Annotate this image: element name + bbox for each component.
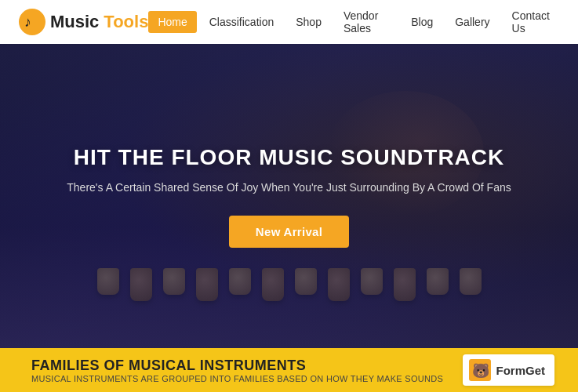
hero-section: HIT THE FLOOR MUSIC SOUNDTRACK There's A… xyxy=(0,44,578,348)
svg-text:🐻: 🐻 xyxy=(472,362,490,379)
hero-title: HIT THE FLOOR MUSIC SOUNDTRACK xyxy=(67,145,511,170)
new-arrival-button[interactable]: New Arrival xyxy=(229,216,349,248)
logo-icon: ♪ xyxy=(19,9,45,35)
svg-text:♪: ♪ xyxy=(24,14,31,30)
bottom-text-block: FAMILIES OF MUSICAL INSTRUMENTS MUSICAL … xyxy=(31,358,463,383)
main-nav: Home Classification Shop Vendor Sales Bl… xyxy=(148,5,559,39)
nav-shop[interactable]: Shop xyxy=(286,11,331,33)
nav-gallery[interactable]: Gallery xyxy=(445,11,499,33)
nav-home[interactable]: Home xyxy=(148,11,196,33)
nav-contact[interactable]: Contact Us xyxy=(503,5,559,39)
logo-music-text: Music xyxy=(50,12,99,32)
formget-badge[interactable]: 🐻 FormGet xyxy=(463,354,554,386)
hero-content: HIT THE FLOOR MUSIC SOUNDTRACK There's A… xyxy=(35,145,542,248)
nav-vendor-sales[interactable]: Vendor Sales xyxy=(334,5,398,39)
bottom-section: FAMILIES OF MUSICAL INSTRUMENTS MUSICAL … xyxy=(0,348,578,392)
formget-label: FormGet xyxy=(496,364,545,377)
logo[interactable]: ♪ MusicTools xyxy=(19,9,148,35)
bottom-title: FAMILIES OF MUSICAL INSTRUMENTS xyxy=(31,358,463,374)
site-header: ♪ MusicTools Home Classification Shop Ve… xyxy=(0,0,578,44)
bottom-subtitle: MUSICAL INSTRUMENTS ARE GROUPED INTO FAM… xyxy=(31,374,463,383)
logo-tools-text: Tools xyxy=(104,12,148,32)
svg-point-0 xyxy=(19,9,45,35)
nav-blog[interactable]: Blog xyxy=(402,11,442,33)
hero-subtitle: There's A Certain Shared Sense Of Joy Wh… xyxy=(67,181,511,194)
nav-classification[interactable]: Classification xyxy=(200,11,283,33)
formget-icon: 🐻 xyxy=(469,359,491,381)
